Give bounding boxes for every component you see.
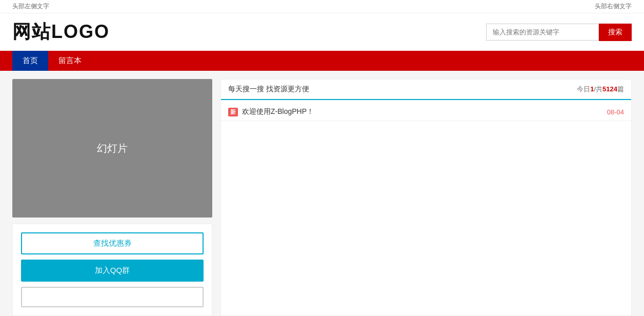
top-bar-left: 头部左侧文字 xyxy=(12,2,49,11)
main-content: 幻灯片 查找优惠券 加入QQ群 每天搜一搜 找资源更方便 今日1/共5124篇 … xyxy=(0,71,644,316)
header: 网站LOGO 搜索 xyxy=(0,13,644,51)
search-button[interactable]: 搜索 xyxy=(599,24,632,41)
table-row: 新 欢迎使用Z-BlogPHP！ 08-04 xyxy=(221,103,631,121)
right-panel-count: 今日1/共5124篇 xyxy=(577,85,624,94)
total-count: 5124 xyxy=(602,85,617,93)
right-panel-header: 每天搜一搜 找资源更方便 今日1/共5124篇 xyxy=(221,80,631,100)
separator: /共 xyxy=(594,85,602,93)
top-bar-right: 头部右侧文字 xyxy=(595,2,632,11)
site-logo: 网站LOGO xyxy=(12,19,110,45)
slideshow-label: 幻灯片 xyxy=(97,142,128,155)
total-unit: 篇 xyxy=(617,85,624,93)
article-date: 08-04 xyxy=(607,108,624,116)
right-panel-title: 每天搜一搜 找资源更方便 xyxy=(228,85,309,94)
slideshow: 幻灯片 xyxy=(12,79,212,218)
placeholder-button xyxy=(21,287,204,307)
article-list: 新 欢迎使用Z-BlogPHP！ 08-04 xyxy=(221,100,631,124)
qq-button[interactable]: 加入QQ群 xyxy=(21,260,204,282)
search-box: 搜索 xyxy=(486,24,632,41)
search-input[interactable] xyxy=(486,24,599,41)
nav-item-home[interactable]: 首页 xyxy=(12,51,48,71)
top-bar: 头部左侧文字 头部右侧文字 xyxy=(0,0,644,13)
coupon-button[interactable]: 查找优惠券 xyxy=(21,232,204,254)
right-column: 每天搜一搜 找资源更方便 今日1/共5124篇 新 欢迎使用Z-BlogPHP！… xyxy=(220,79,632,316)
nav-item-guestbook[interactable]: 留言本 xyxy=(48,51,92,71)
nav-bar: 首页 留言本 xyxy=(0,51,644,71)
article-title[interactable]: 欢迎使用Z-BlogPHP！ xyxy=(242,107,603,116)
button-panel: 查找优惠券 加入QQ群 xyxy=(12,224,212,316)
new-badge: 新 xyxy=(228,108,238,116)
left-column: 幻灯片 查找优惠券 加入QQ群 xyxy=(12,79,212,316)
today-label: 今日 xyxy=(577,85,590,93)
